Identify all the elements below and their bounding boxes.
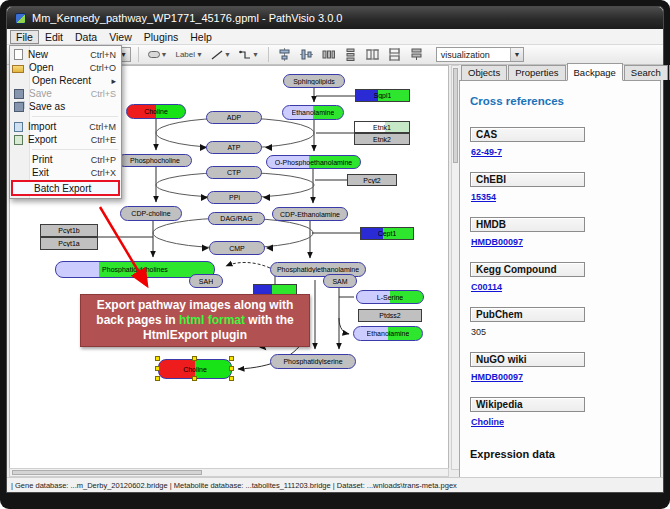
xref-title: HMDB	[470, 217, 585, 232]
menu-separator	[32, 149, 118, 150]
align-center-horizontal-button[interactable]	[298, 47, 316, 63]
distribute-vertical-button[interactable]	[342, 47, 360, 63]
gene-node-ptdss2[interactable]: Ptdss2	[358, 309, 422, 322]
stack-button[interactable]	[408, 47, 426, 63]
gene-node-etnk2[interactable]: Etnk2	[354, 133, 410, 145]
sidebar-tabs: ObjectsPropertiesBackpageSearchLegend	[459, 65, 661, 81]
node-ethanolamine[interactable]: Ethanolamine	[282, 105, 344, 120]
selection-handle[interactable]	[192, 356, 197, 361]
import-icon	[14, 122, 23, 132]
common-height-icon	[366, 48, 379, 61]
file-menu-item-import[interactable]: ImportCtrl+M	[10, 120, 121, 133]
menu-help[interactable]: Help	[184, 30, 218, 44]
chevron-down-icon[interactable]: ▼	[252, 51, 259, 58]
line-tool-button[interactable]: ▼	[209, 47, 233, 63]
node-ppi[interactable]: PPi	[207, 191, 262, 204]
gene-node-pcyt2[interactable]: Pcyt2	[347, 174, 397, 186]
xref-title: Wikipedia	[470, 397, 585, 412]
selection-handle[interactable]	[229, 356, 234, 361]
file-menu-item-exit[interactable]: ExitCtrl+X	[10, 166, 121, 179]
node-adp[interactable]: ADP	[206, 111, 262, 124]
gene-node-pcyt1b[interactable]: Pcyt1b	[40, 224, 98, 237]
node-choline[interactable]: Choline	[126, 104, 186, 119]
chevron-down-icon[interactable]: ▼	[510, 48, 523, 61]
node-dag-rag[interactable]: DAG/RAG	[208, 212, 265, 225]
node-cdp-choline[interactable]: CDP-choline	[120, 206, 182, 221]
connector-tool-button[interactable]: ▼	[237, 47, 261, 63]
node-cdp-ethanolamine[interactable]: CDP-Ethanolamine	[272, 207, 348, 221]
file-menu-item-save-as[interactable]: Save as	[10, 100, 121, 113]
xref-section-chebi: ChEBI15354	[470, 172, 660, 217]
node-ethanolamine[interactable]: Ethanolamine	[353, 326, 423, 341]
expression-data-heading: Expression data	[470, 448, 660, 460]
gene-node-cept1[interactable]: Cept1	[360, 227, 414, 240]
file-menu-item-open-recent[interactable]: Open Recent▸	[10, 74, 121, 87]
file-menu-item-new[interactable]: NewCtrl+N	[10, 48, 121, 61]
menu-edit[interactable]: Edit	[39, 30, 69, 44]
canvas-horizontal-scrollbar[interactable]	[9, 468, 449, 477]
node-label: Phosphocholine	[130, 157, 180, 164]
chevron-down-icon[interactable]: ▼	[161, 51, 168, 58]
node-atp[interactable]: ATP	[206, 141, 262, 154]
tab-backpage[interactable]: Backpage	[567, 63, 623, 81]
xref-link[interactable]: HMDB00097	[471, 237, 523, 247]
selection-handle[interactable]	[229, 376, 234, 381]
xref-link[interactable]: Choline	[471, 417, 504, 427]
label-tool-button[interactable]: Label ▼	[173, 47, 205, 63]
tab-properties[interactable]: Properties	[508, 65, 565, 80]
menu-plugins[interactable]: Plugins	[138, 30, 184, 44]
save-as-icon	[14, 102, 24, 112]
selection-handle[interactable]	[229, 366, 234, 371]
file-menu-item-batch-export[interactable]: Batch Export	[11, 180, 120, 196]
file-menu-item-open[interactable]: OpenCtrl+O	[10, 61, 121, 74]
node-sam[interactable]: SAM	[323, 274, 357, 288]
selection-handle[interactable]	[192, 376, 197, 381]
menu-data[interactable]: Data	[69, 30, 103, 44]
selection-handle[interactable]	[155, 376, 160, 381]
menu-view[interactable]: View	[103, 30, 138, 44]
file-menu: NewCtrl+NOpenCtrl+OOpen Recent▸SaveCtrl+…	[9, 45, 122, 199]
chevron-down-icon[interactable]: ▼	[196, 51, 203, 58]
node-ctp[interactable]: CTP	[206, 166, 262, 179]
align-center-vertical-button[interactable]	[276, 47, 294, 63]
gene-node-sgpl1[interactable]: Sgpl1	[355, 89, 410, 102]
file-menu-item-print[interactable]: PrintCtrl+P	[10, 153, 121, 166]
node-o-phosphoethanolamine[interactable]: O-Phosphoethanolamine	[266, 155, 361, 169]
node-l-serine[interactable]: L-Serine	[356, 290, 424, 304]
selection-handle[interactable]	[155, 366, 160, 371]
node-label: PPi	[229, 194, 240, 201]
common-height-button[interactable]	[364, 47, 382, 63]
menu-file[interactable]: File	[10, 30, 39, 44]
scrollbar-thumb[interactable]	[12, 470, 202, 475]
xref-link[interactable]: 62-49-7	[471, 147, 502, 157]
title-bar[interactable]: Mm_Kennedy_pathway_WP1771_45176.gpml - P…	[7, 7, 663, 29]
xref-link[interactable]: 15354	[471, 192, 496, 202]
file-menu-item-save[interactable]: SaveCtrl+S	[10, 87, 121, 100]
tab-objects[interactable]: Objects	[461, 65, 507, 80]
node-label: Phosphatidylserine	[283, 358, 342, 365]
distribute-horizontal-button[interactable]	[320, 47, 338, 63]
menu-item-label: Export	[28, 134, 85, 145]
selection-handle[interactable]	[155, 356, 160, 361]
menu-item-label: Batch Export	[34, 183, 108, 194]
node-phosphatidylserine[interactable]: Phosphatidylserine	[270, 354, 356, 369]
chevron-down-icon[interactable]: ▼	[224, 51, 231, 58]
gene-node-pcyt1a[interactable]: Pcyt1a	[40, 237, 98, 250]
xref-link[interactable]: C00114	[471, 282, 502, 292]
node-label: ADP	[227, 114, 241, 121]
file-menu-item-export[interactable]: ExportCtrl+E	[10, 133, 121, 146]
node-sah[interactable]: SAH	[189, 274, 223, 288]
node-cmp[interactable]: CMP	[209, 241, 265, 255]
gene-node-etnk1[interactable]: Etnk1	[354, 121, 410, 133]
xref-title: CAS	[470, 127, 585, 142]
gene-node-tool-button[interactable]: ▼	[146, 47, 170, 63]
scrollbar-thumb[interactable]	[453, 68, 458, 163]
common-width-button[interactable]	[386, 47, 404, 63]
node-phosphocholine[interactable]: Phosphocholine	[118, 154, 192, 167]
visualization-combobox[interactable]: visualization ▼	[436, 47, 524, 62]
node-choline[interactable]: Choline	[158, 359, 232, 379]
tab-search[interactable]: Search	[624, 65, 668, 80]
xref-link[interactable]: HMDB00097	[471, 372, 523, 382]
node-label: Choline	[183, 366, 207, 373]
node-sphingolipids[interactable]: Sphingolipids	[283, 74, 345, 88]
